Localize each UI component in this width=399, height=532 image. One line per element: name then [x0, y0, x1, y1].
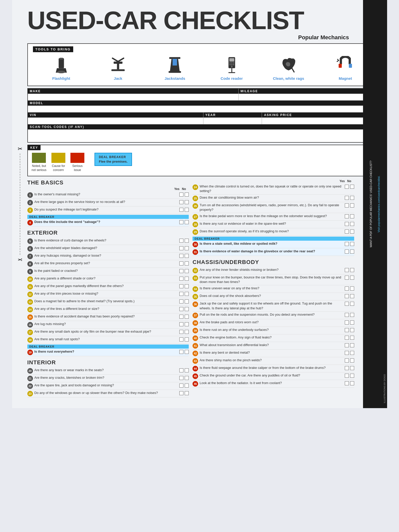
item-text-45: Check the ground under the car. Are ther… [200, 373, 343, 378]
item-12-yes[interactable] [179, 292, 183, 296]
item-5-yes[interactable] [179, 239, 183, 243]
item-7-no[interactable] [185, 254, 189, 258]
item-45-yes[interactable] [345, 374, 349, 378]
item-5-no[interactable] [185, 239, 189, 243]
item-18-yes[interactable] [179, 337, 183, 341]
item-38-yes[interactable] [345, 320, 349, 325]
item-34-yes[interactable] [345, 287, 349, 291]
item-23-yes[interactable] [179, 391, 183, 395]
item-17-no[interactable] [185, 330, 189, 334]
item-39-no[interactable] [350, 328, 354, 332]
svg-rect-20 [233, 64, 234, 65]
item-8-no[interactable] [185, 261, 189, 265]
item-22-no[interactable] [185, 384, 189, 388]
item-num-26: 26 [193, 203, 198, 209]
item-11-yes[interactable] [179, 284, 183, 288]
item-46-yes[interactable] [345, 381, 349, 385]
item-6-yes[interactable] [179, 246, 183, 250]
item-31-yes[interactable] [345, 250, 349, 254]
tools-section: TOOLS TO BRING Flashlight [27, 43, 379, 86]
item-36-no[interactable] [350, 302, 354, 306]
item-9-no[interactable] [185, 269, 189, 273]
item-8-yes[interactable] [179, 261, 183, 265]
item-39-yes[interactable] [345, 328, 349, 332]
item-3-no[interactable] [185, 208, 189, 212]
item-42-no[interactable] [350, 351, 354, 355]
item-26-no[interactable] [350, 203, 354, 207]
item-31-no[interactable] [350, 250, 354, 254]
item-20-yes[interactable] [179, 368, 183, 372]
item-23-no[interactable] [185, 391, 189, 395]
item-21-no[interactable] [185, 376, 189, 380]
item-44-no[interactable] [350, 366, 354, 370]
item-21-yes[interactable] [179, 376, 183, 380]
item-3-yes[interactable] [179, 208, 183, 212]
item-1-no[interactable] [185, 193, 189, 197]
item-29-yes[interactable] [345, 230, 349, 234]
item-35-yes[interactable] [345, 294, 349, 298]
item-10-yes[interactable] [179, 277, 183, 281]
item-19-no[interactable] [185, 350, 189, 354]
item-32-yes[interactable] [345, 268, 349, 272]
item-46-no[interactable] [350, 381, 354, 385]
item-15-no[interactable] [185, 315, 189, 319]
item-38-no[interactable] [350, 320, 354, 325]
item-18-no[interactable] [185, 337, 189, 341]
item-32-no[interactable] [350, 268, 354, 272]
item-26-yes[interactable] [345, 203, 349, 207]
item-41-yes[interactable] [345, 343, 349, 347]
item-37-no[interactable] [350, 313, 354, 317]
item-16-no[interactable] [185, 322, 189, 326]
item-11-no[interactable] [185, 284, 189, 288]
item-28-yes[interactable] [345, 222, 349, 226]
item-2-yes[interactable] [179, 200, 183, 204]
item-27-no[interactable] [350, 214, 354, 218]
item-25-no[interactable] [350, 196, 354, 200]
item-13-yes[interactable] [179, 299, 183, 303]
item-10-no[interactable] [185, 277, 189, 281]
item-7-yes[interactable] [179, 254, 183, 258]
item-42-yes[interactable] [345, 351, 349, 355]
item-2-no[interactable] [185, 200, 189, 204]
model-label: MODEL [28, 101, 379, 106]
item-35-no[interactable] [350, 294, 354, 298]
item-33-no[interactable] [350, 276, 354, 280]
item-28-no[interactable] [350, 222, 354, 226]
item-1-yes[interactable] [179, 193, 183, 197]
item-29-no[interactable] [350, 230, 354, 234]
item-4-no[interactable] [185, 220, 189, 224]
item-30-no[interactable] [350, 242, 354, 246]
item-19-yes[interactable] [179, 350, 183, 354]
item-27-yes[interactable] [345, 214, 349, 218]
item-20-no[interactable] [185, 368, 189, 372]
item-33-yes[interactable] [345, 276, 349, 280]
item-43-yes[interactable] [345, 358, 349, 363]
item-17-yes[interactable] [179, 330, 183, 334]
item-9-yes[interactable] [179, 269, 183, 273]
item-4-yes[interactable] [179, 220, 183, 224]
item-22-yes[interactable] [179, 384, 183, 388]
item-16-yes[interactable] [179, 322, 183, 326]
item-40-yes[interactable] [345, 336, 349, 340]
item-34-no[interactable] [350, 287, 354, 291]
item-43-no[interactable] [350, 358, 354, 363]
item-44-yes[interactable] [345, 366, 349, 370]
item-12-no[interactable] [185, 292, 189, 296]
item-14-yes[interactable] [179, 307, 183, 311]
item-37-yes[interactable] [345, 313, 349, 317]
svg-rect-14 [229, 58, 234, 62]
item-25-yes[interactable] [345, 196, 349, 200]
item-13-no[interactable] [185, 299, 189, 303]
item-14-no[interactable] [185, 307, 189, 311]
main-content: THE BASICS Yes No 1 Is the owner's manua… [27, 179, 379, 401]
item-45-no[interactable] [350, 374, 354, 378]
item-30-yes[interactable] [345, 242, 349, 246]
item-15-yes[interactable] [179, 315, 183, 319]
item-40-no[interactable] [350, 336, 354, 340]
item-41-no[interactable] [350, 343, 354, 347]
item-24-no[interactable] [350, 185, 354, 189]
item-24-yes[interactable] [345, 185, 349, 189]
item-36-yes[interactable] [345, 302, 349, 306]
item-6-no[interactable] [185, 246, 189, 250]
svg-rect-17 [233, 62, 234, 64]
